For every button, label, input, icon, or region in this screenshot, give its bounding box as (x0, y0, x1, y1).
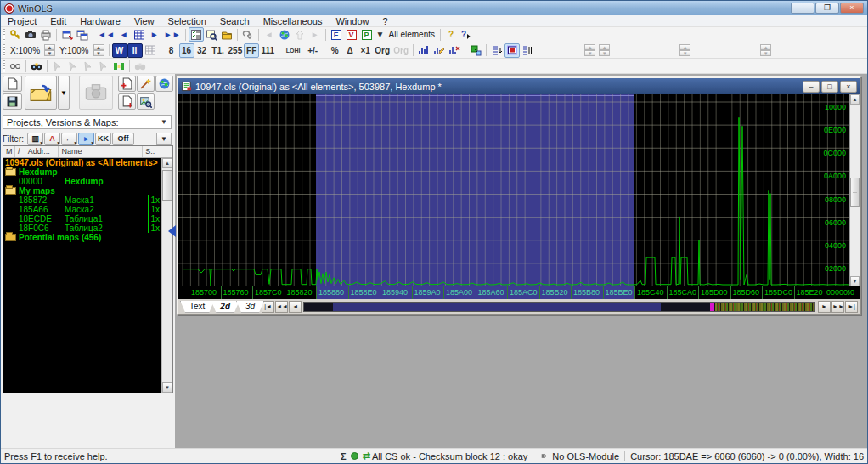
plot-scroll-down-icon[interactable]: ▼ (850, 276, 860, 286)
help-button[interactable]: ? (443, 27, 459, 42)
filter-flag-button[interactable]: ▸▾ (78, 133, 94, 145)
insert-row-button[interactable] (489, 43, 504, 58)
tree-project-row[interactable]: 10947.ols (Original) as <All elements> (3, 158, 161, 167)
filter-dropdown-button[interactable]: ▼ (156, 133, 172, 145)
plot-scrollbar[interactable]: ▲ ▼ (849, 94, 860, 286)
read-hardware-button[interactable] (79, 76, 113, 110)
view-2d-curve-button[interactable]: W (112, 43, 127, 58)
projects-versions-maps-combo[interactable]: Projects, Versions & Maps: ▼ (3, 115, 172, 129)
tree-row[interactable]: 00000Hexdump (3, 177, 161, 186)
search-up-button[interactable] (65, 59, 81, 73)
offset-stepper[interactable]: ▲▼ (679, 44, 690, 57)
tab-2d[interactable]: 2d (211, 301, 240, 313)
chart-edit-button[interactable] (431, 43, 447, 58)
splitter-collapse-arrow[interactable] (162, 225, 176, 237)
selection-frame-button[interactable] (504, 43, 520, 58)
sign-button[interactable]: +/- (304, 43, 321, 58)
toolbar-grip[interactable] (3, 44, 5, 56)
filter-kk-button[interactable]: KK (95, 133, 111, 145)
tree-column-[interactable]: / (15, 146, 25, 157)
menu-hardware[interactable]: Hardware (73, 16, 127, 26)
restore-button[interactable]: ❐ (815, 3, 839, 14)
child-minimize-button[interactable]: – (803, 81, 820, 93)
split-window-button[interactable] (75, 27, 90, 42)
delta-button[interactable]: Δ (342, 43, 358, 58)
tree-row[interactable]: 18F0C6Таблица21x (3, 224, 161, 233)
filter-maps-button[interactable]: ▥▾ (27, 133, 43, 145)
download-internet-button[interactable] (155, 76, 173, 92)
map-wizard-button[interactable] (137, 76, 155, 92)
percent-button[interactable]: % (327, 43, 342, 58)
width-8bit-button[interactable]: 8 (164, 43, 179, 58)
preview-maps-button[interactable] (137, 93, 155, 110)
tree-column-s[interactable]: S.. (143, 146, 172, 157)
hexdump-2d-plot[interactable]: 020000400006000080000A0000C0000E00010000… (178, 94, 860, 286)
show-projects-button[interactable]: P (359, 27, 375, 42)
new-project-button[interactable] (3, 76, 22, 92)
link-view-button[interactable] (8, 59, 23, 73)
history-forward-button[interactable]: ► (307, 27, 323, 42)
factor-button[interactable]: ×1 (358, 43, 373, 58)
print-button[interactable] (38, 27, 54, 42)
chart-sorted-button[interactable] (416, 43, 431, 58)
tree-row[interactable]: 18ECDEТаблица11x (3, 214, 161, 224)
hexdump-window-titlebar[interactable]: 10947.ols (Original) as <All elements>, … (178, 78, 860, 94)
tab-3d[interactable]: 3d (236, 301, 264, 313)
child-maximize-button[interactable]: □ (821, 81, 838, 93)
value-stepper[interactable]: ▲▼ (760, 44, 771, 57)
open-project-dropdown[interactable]: ▼ (58, 76, 70, 110)
map-x-stepper[interactable]: ▲▼ (584, 44, 595, 57)
elements-dropdown[interactable]: ▼ (375, 27, 386, 42)
open-project-button[interactable] (25, 76, 57, 110)
chart-select-button[interactable] (447, 43, 462, 58)
original-button[interactable]: Org (373, 43, 392, 58)
scroll-left-button-0[interactable]: |◄ (262, 301, 274, 313)
overview-scrollbar[interactable] (303, 302, 815, 312)
import-data-button[interactable] (468, 43, 483, 58)
close-button[interactable]: × (840, 3, 864, 14)
scroll-right-button-1[interactable]: ►► (831, 301, 844, 313)
child-close-button[interactable]: × (840, 81, 857, 93)
lohi-button[interactable]: LOHI (282, 43, 304, 58)
view-hex-button[interactable]: FF (244, 43, 259, 58)
menu-window[interactable]: Window (329, 16, 375, 26)
tree-scrollbar[interactable]: ▲ ▼ (161, 158, 172, 393)
plot-scroll-up-icon[interactable]: ▲ (850, 94, 860, 105)
menu-edit[interactable]: Edit (43, 16, 73, 26)
menu-search[interactable]: Search (213, 16, 256, 26)
context-help-button[interactable]: ? (459, 27, 474, 42)
scroll-down-icon[interactable]: ▼ (162, 382, 172, 393)
project-tree-list[interactable]: 10947.ols (Original) as <All elements>He… (3, 158, 161, 393)
view-decimal-button[interactable]: 255 (227, 43, 245, 58)
menu-project[interactable]: Project (1, 16, 43, 26)
scroll-left-button-2[interactable]: ◄ (289, 301, 302, 313)
upload-button[interactable] (292, 27, 307, 42)
tree-row[interactable]: My maps (3, 186, 161, 195)
internet-button[interactable] (277, 27, 292, 42)
nav-next-button[interactable]: ► (147, 27, 162, 42)
width-16bit-button[interactable]: 16 (179, 43, 194, 58)
save-project-button[interactable] (3, 93, 22, 110)
scroll-up-icon[interactable]: ▲ (162, 158, 172, 168)
search-down-button[interactable] (96, 59, 111, 73)
width-32bit-button[interactable]: 32 (194, 43, 210, 58)
show-versions-button[interactable]: V (344, 27, 359, 42)
scroll-thumb[interactable] (162, 170, 172, 201)
project-folder-button[interactable] (219, 27, 234, 42)
y-zoom-stepper[interactable]: ▲▼ (93, 44, 104, 57)
element-list-button[interactable] (189, 27, 204, 42)
menu-miscellaneous[interactable]: Miscellaneous (256, 16, 330, 26)
hexdump-window[interactable]: 10947.ols (Original) as <All elements>, … (177, 76, 861, 315)
grid-view-button[interactable] (143, 43, 158, 58)
filter-selection-button[interactable]: ⌐▾ (61, 133, 77, 145)
search-again-button[interactable] (132, 59, 148, 73)
tree-row[interactable]: Hexdump (3, 167, 161, 177)
tree-row[interactable]: 185872Маска11x (3, 195, 161, 205)
nav-first-button[interactable]: ◄◄ (96, 27, 116, 42)
scroll-left-button-1[interactable]: ◄◄ (275, 301, 288, 313)
history-back-button[interactable]: ◄ (262, 27, 277, 42)
filter-delta-button[interactable]: A▾ (44, 133, 60, 145)
snapshot-button[interactable] (23, 27, 38, 42)
add-document-button[interactable] (118, 76, 136, 92)
plot-scroll-thumb[interactable] (850, 178, 860, 207)
